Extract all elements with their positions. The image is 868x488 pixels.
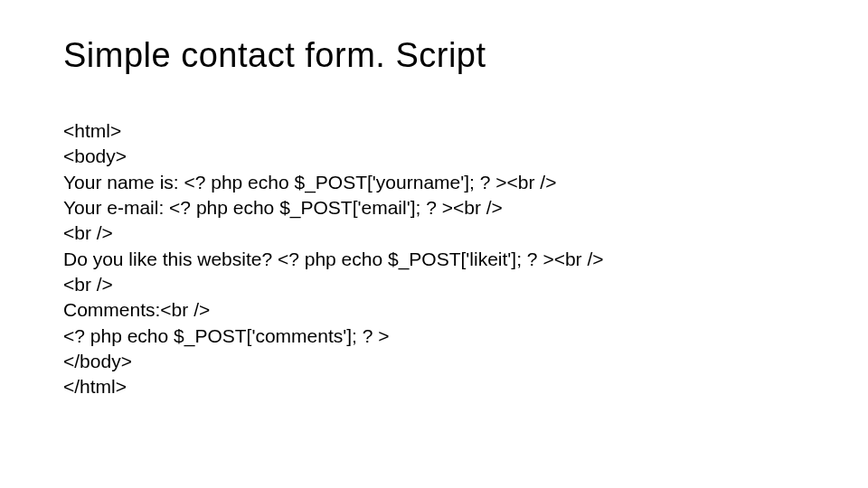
code-line: <? php echo $_POST['comments']; ? >: [63, 324, 805, 349]
code-line: <body>: [63, 144, 805, 169]
code-line: <html>: [63, 118, 805, 144]
code-line: Comments:<br />: [63, 297, 805, 323]
code-block: <html> <body> Your name is: <? php echo …: [63, 118, 805, 400]
code-line: </body>: [63, 349, 805, 374]
code-line: Your name is: <? php echo $_POST['yourna…: [63, 170, 805, 195]
slide-title: Simple contact form. Script: [63, 36, 805, 75]
code-line: </html>: [63, 374, 805, 399]
code-line: <br />: [63, 272, 805, 297]
code-line: <br />: [63, 221, 805, 246]
code-line: Your e-mail: <? php echo $_POST['email']…: [63, 195, 805, 221]
code-line: Do you like this website? <? php echo $_…: [63, 247, 805, 272]
